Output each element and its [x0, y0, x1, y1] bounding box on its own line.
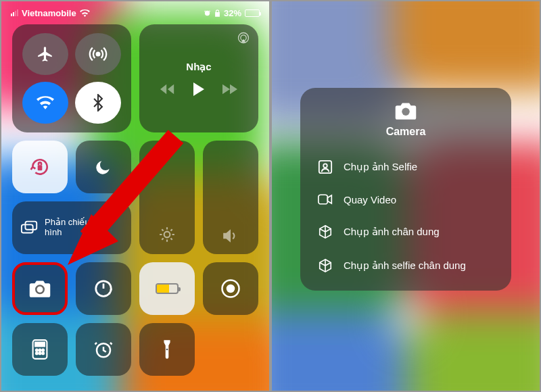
camera-quick-actions-popup: Camera Chụp ảnh Selfie Quay Video Chụp ả… [300, 88, 511, 291]
svg-point-20 [166, 349, 168, 351]
wifi-toggle[interactable] [22, 82, 68, 124]
svg-point-23 [323, 164, 327, 168]
signal-icon [11, 9, 18, 16]
battery-pct: 32% [224, 8, 241, 18]
annotation-arrow [54, 130, 189, 272]
option-label: Chụp ảnh Selfie [344, 161, 417, 173]
play-icon[interactable] [193, 82, 205, 96]
alarm-icon [204, 9, 211, 17]
prev-icon[interactable] [160, 84, 175, 95]
popup-title: Camera [386, 126, 426, 138]
svg-rect-12 [35, 343, 45, 347]
connectivity-module [12, 24, 131, 132]
bluetooth-icon [93, 94, 103, 112]
camera-icon [28, 279, 51, 298]
svg-rect-3 [38, 165, 43, 170]
svg-point-0 [97, 53, 100, 56]
svg-rect-4 [22, 224, 33, 232]
airplay-icon [237, 31, 250, 45]
option-selfie[interactable]: Chụp ảnh Selfie [315, 150, 496, 184]
wifi-icon [80, 9, 90, 17]
option-label: Chụp ảnh chân dung [344, 226, 440, 238]
flashlight-icon [162, 339, 172, 360]
svg-point-14 [39, 349, 41, 351]
camera-icon [394, 101, 417, 120]
option-label: Chụp ảnh selfie chân dung [344, 260, 466, 272]
svg-rect-5 [25, 222, 37, 230]
wifi-icon [37, 96, 54, 109]
control-center-pane: Vietnamobile 32% [1, 1, 269, 391]
lock-icon [214, 9, 220, 17]
option-video[interactable]: Quay Video [315, 184, 496, 215]
camera-quick-actions-pane: Camera Chụp ảnh Selfie Quay Video Chụp ả… [272, 1, 540, 391]
record-icon [220, 278, 241, 299]
media-title: Nhạc [186, 61, 211, 73]
svg-point-10 [227, 285, 234, 292]
svg-point-21 [402, 108, 409, 116]
video-icon [318, 193, 333, 205]
battery-icon [245, 9, 260, 17]
option-portrait-selfie[interactable]: Chụp ảnh selfie chân dung [315, 249, 496, 283]
svg-point-17 [39, 352, 41, 354]
bluetooth-toggle[interactable] [75, 82, 121, 124]
cube-icon [318, 224, 333, 239]
svg-point-16 [36, 352, 38, 354]
svg-point-15 [42, 349, 44, 351]
screen-record-button[interactable] [203, 262, 258, 315]
cellular-toggle[interactable] [75, 33, 121, 75]
option-portrait[interactable]: Chụp ảnh chân dung [315, 215, 496, 249]
rotation-lock-icon [29, 156, 51, 178]
media-module[interactable]: Nhạc [139, 24, 258, 132]
cellular-icon [89, 45, 108, 64]
timer-icon [93, 278, 114, 299]
alarm-clock-icon [93, 339, 114, 360]
flashlight-button[interactable] [139, 323, 195, 376]
svg-point-13 [36, 349, 38, 351]
svg-rect-24 [319, 195, 328, 204]
airplane-toggle[interactable] [22, 33, 68, 75]
svg-point-18 [42, 352, 44, 354]
battery-icon [156, 283, 179, 294]
calculator-icon [32, 339, 48, 360]
option-label: Quay Video [344, 194, 396, 205]
next-icon[interactable] [222, 84, 237, 95]
carrier-label: Vietnamobile [22, 8, 76, 18]
alarm-button[interactable] [76, 323, 131, 376]
airplane-icon [37, 45, 54, 63]
calculator-button[interactable] [12, 323, 68, 376]
status-bar: Vietnamobile 32% [1, 5, 269, 20]
volume-icon [222, 228, 239, 243]
selfie-icon [318, 160, 333, 174]
screen-mirror-icon [20, 220, 38, 236]
cube-icon [318, 258, 333, 273]
volume-slider[interactable] [203, 141, 258, 254]
